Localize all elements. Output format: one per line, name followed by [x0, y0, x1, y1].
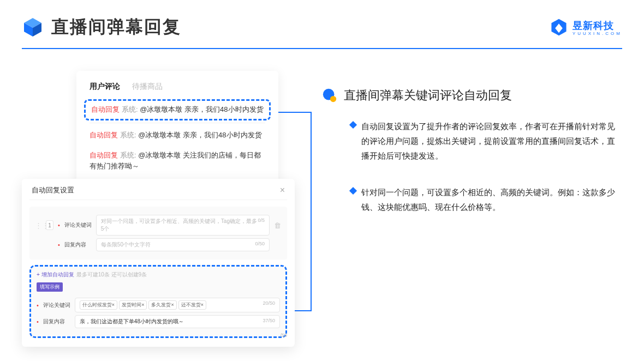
tabs: 用户评论 待播商品: [90, 82, 265, 92]
brand-text-wrap: 昱新科技 YUUXIN.COM: [573, 19, 622, 36]
tag[interactable]: 多久发货×: [148, 300, 176, 310]
required-mark: •: [58, 242, 60, 248]
svg-point-6: [330, 96, 336, 102]
example-reply-input[interactable]: 亲，我们这边都是下单48小时内发货的哦～ 37/50: [75, 315, 280, 328]
keyword-label: 评论关键词: [64, 221, 92, 229]
auto-reply-badge: 自动回复: [90, 151, 118, 159]
example-row-keyword: • 评论关键词 什么时候发货×发货时间×多久发货×还不发货× 20/50: [37, 298, 280, 312]
brand-logo-icon: [550, 18, 568, 37]
brand: 昱新科技 YUUXIN.COM: [550, 18, 622, 37]
form-row-reply: • 回复内容 每条限50个中文字符 0/50: [35, 238, 282, 251]
comment-item: 自动回复系统: @冰墩墩本墩 亲亲，我们48小时内发货: [90, 125, 265, 146]
comment-text: @冰墩墩本墩 亲亲，我们48小时内发货: [140, 105, 263, 113]
diamond-icon: [349, 187, 357, 195]
system-label: 系统:: [120, 151, 136, 159]
settings-card: 自动回复设置 × ⋮⋮ 1 • 评论关键词 对同一个问题，可设置多个相近、高频的…: [22, 179, 295, 347]
trash-icon[interactable]: 🗑: [274, 221, 282, 230]
tab-user-comments[interactable]: 用户评论: [90, 82, 120, 92]
tag[interactable]: 什么时候发货×: [80, 300, 117, 310]
auto-reply-badge: 自动回复: [91, 105, 120, 113]
cube-icon: [22, 16, 44, 38]
example-row-reply: • 回复内容 亲，我们这边都是下单48小时内发货的哦～ 37/50: [37, 315, 280, 328]
example-kw-input[interactable]: 什么时候发货×发货时间×多久发货×还不发货× 20/50: [75, 298, 280, 312]
bubble-icon: [322, 88, 337, 103]
required-mark: •: [37, 318, 39, 325]
title-wrap: 直播间弹幕回复: [22, 15, 181, 39]
comment-text: @冰墩墩本墩 亲亲，我们48小时内发货: [138, 131, 261, 139]
tab-pending-products[interactable]: 待播商品: [132, 82, 163, 92]
comment-list: 自动回复系统: @冰墩墩本墩 亲亲，我们48小时内发货 自动回复系统: @冰墩墩…: [90, 99, 265, 177]
divider: [90, 123, 265, 123]
header: 直播间弹幕回复 昱新科技 YUUXIN.COM: [0, 0, 644, 44]
form-row-keyword: ⋮⋮ 1 • 评论关键词 对同一个问题，可设置多个相近、高频的关键词，Tag确定…: [35, 215, 282, 236]
content: 用户评论 待播商品 自动回复系统: @冰墩墩本墩 亲亲，我们48小时内发货 自动…: [0, 49, 644, 347]
bullet-item: 自动回复设置为了提升作者的评论回复效率，作者可在开播前针对常见的评论用户问题，提…: [350, 119, 622, 163]
left-column: 用户评论 待播商品 自动回复系统: @冰墩墩本墩 亲亲，我们48小时内发货 自动…: [22, 71, 300, 347]
close-icon[interactable]: ×: [280, 185, 285, 195]
bullet-text: 针对同一个问题，可设置多个相近的、高频的关键词。例如：这款多少钱、这块能优惠吗、…: [361, 185, 622, 214]
comment-card: 用户评论 待播商品 自动回复系统: @冰墩墩本墩 亲亲，我们48小时内发货 自动…: [76, 71, 278, 184]
settings-head: 自动回复设置 ×: [29, 185, 287, 200]
form-block: ⋮⋮ 1 • 评论关键词 对同一个问题，可设置多个相近、高频的关键词，Tag确定…: [29, 207, 287, 260]
drag-handle-icon[interactable]: ⋮⋮: [35, 221, 41, 230]
reply-input[interactable]: 每条限50个中文字符 0/50: [96, 238, 270, 251]
example-block: + 增加自动回复 最多可建10条 还可以创建9条 填写示例 • 评论关键词 什么…: [29, 265, 287, 338]
keyword-counter: 0/5: [258, 218, 265, 233]
keyword-input[interactable]: 对同一个问题，可设置多个相近、高频的关键词，Tag确定，最多5个 0/5: [96, 215, 270, 236]
system-label: 系统:: [122, 105, 138, 113]
stray-counter: /50: [280, 333, 287, 338]
settings-title: 自动回复设置: [32, 185, 74, 195]
add-auto-reply-link[interactable]: + 增加自动回复 最多可建10条 还可以创建9条: [37, 271, 280, 279]
example-reply-label: 回复内容: [43, 318, 70, 325]
example-kw-label: 评论关键词: [43, 301, 70, 309]
brand-name: 昱新科技: [573, 19, 622, 32]
row-number: 1: [46, 220, 53, 230]
bullet-text: 自动回复设置为了提升作者的评论回复效率，作者可在开播前针对常见的评论用户问题，提…: [361, 119, 622, 163]
add-link-muted: 最多可建10条 还可以创建9条: [76, 271, 147, 279]
tag[interactable]: 发货时间×: [119, 300, 147, 310]
reply-placeholder: 每条限50个中文字符: [101, 241, 151, 249]
brand-sub: YUUXIN.COM: [573, 31, 622, 36]
page-title: 直播间弹幕回复: [51, 15, 181, 39]
right-column: 直播间弹幕关键词评论自动回复 自动回复设置为了提升作者的评论回复效率，作者可在开…: [322, 71, 622, 347]
keyword-placeholder: 对同一个问题，可设置多个相近、高频的关键词，Tag确定，最多5个: [101, 218, 258, 233]
tag[interactable]: 还不发货×: [178, 300, 206, 310]
add-link-text: + 增加自动回复: [37, 271, 74, 279]
example-kw-counter: 20/50: [263, 300, 275, 310]
required-mark: •: [58, 222, 60, 228]
auto-reply-badge: 自动回复: [90, 131, 118, 139]
example-tags: 什么时候发货×发货时间×多久发货×还不发货×: [80, 300, 208, 310]
example-badge: 填写示例: [37, 282, 63, 292]
section-head: 直播间弹幕关键词评论自动回复: [322, 87, 622, 104]
required-mark: •: [37, 302, 39, 309]
diamond-icon: [349, 121, 357, 129]
example-reply-value: 亲，我们这边都是下单48小时内发货的哦～: [80, 318, 184, 325]
bullet-item: 针对同一个问题，可设置多个相近的、高频的关键词。例如：这款多少钱、这块能优惠吗、…: [350, 185, 622, 214]
system-label: 系统:: [120, 131, 136, 139]
reply-counter: 0/50: [255, 241, 265, 249]
bullets: 自动回复设置为了提升作者的评论回复效率，作者可在开播前针对常见的评论用户问题，提…: [322, 119, 622, 214]
comment-item: 自动回复系统: @冰墩墩本墩 关注我们的店铺，每日都有热门推荐呦～: [90, 146, 265, 177]
comment-item-highlighted: 自动回复系统: @冰墩墩本墩 亲亲，我们48小时内发货: [84, 99, 271, 120]
section-title: 直播间弹幕关键词评论自动回复: [344, 87, 512, 104]
example-reply-counter: 37/50: [263, 318, 275, 325]
reply-label: 回复内容: [64, 241, 92, 249]
